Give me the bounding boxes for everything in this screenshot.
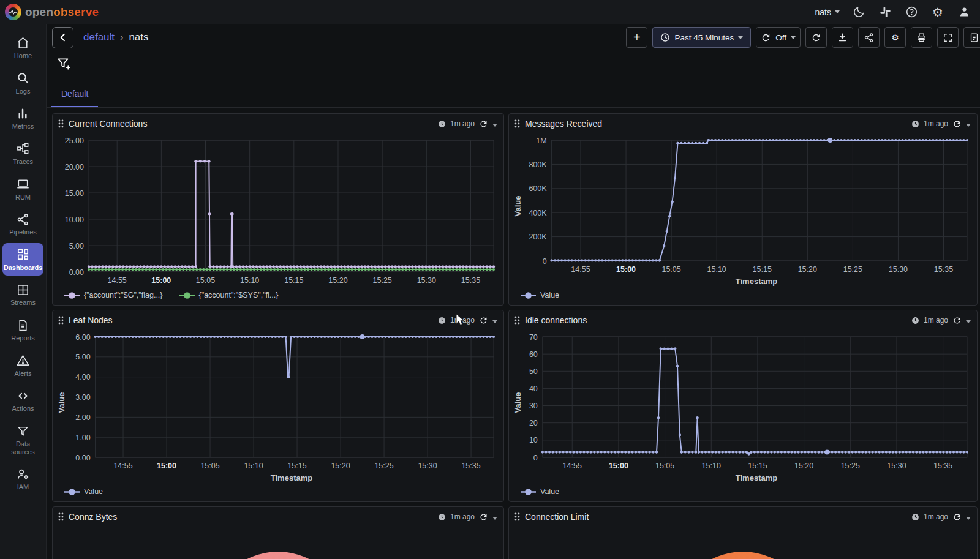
time-range-value: Past 45 Minutes bbox=[674, 33, 734, 42]
chevron-down-icon bbox=[492, 517, 497, 520]
org-selector[interactable]: nats bbox=[815, 7, 840, 17]
sidebar-item-pipelines[interactable]: Pipelines bbox=[2, 208, 43, 241]
monitor-icon bbox=[16, 177, 30, 192]
refresh-icon bbox=[952, 512, 962, 522]
panel-menu-button[interactable] bbox=[966, 118, 971, 129]
sidebar-item-actions[interactable]: Actions bbox=[2, 384, 43, 417]
panel-connection-limit: Connection Limit 1m ago bbox=[508, 506, 978, 559]
panel-current-connections: Current Connections 1m ago 0.005.0010.00… bbox=[52, 113, 504, 306]
sidebar-item-rum[interactable]: RUM bbox=[2, 173, 43, 206]
panel-refresh-button[interactable] bbox=[479, 316, 488, 325]
panel-refreshed-ago: 1m ago bbox=[924, 512, 948, 521]
brand-logo[interactable]: openobserve bbox=[5, 4, 99, 20]
dashboard-tabs: Default bbox=[47, 77, 980, 108]
add-filter-button[interactable] bbox=[56, 56, 72, 72]
panel-menu-button[interactable] bbox=[492, 315, 497, 326]
sidebar-item-streams[interactable]: Streams bbox=[2, 278, 43, 311]
back-button[interactable] bbox=[52, 27, 74, 48]
sidebar-item-alerts[interactable]: Alerts bbox=[2, 349, 43, 382]
slack-community-icon[interactable] bbox=[878, 5, 892, 20]
document-icon bbox=[16, 318, 30, 332]
help-icon[interactable] bbox=[904, 5, 919, 20]
panel-refresh-button[interactable] bbox=[479, 512, 488, 522]
svg-text:14:55: 14:55 bbox=[113, 462, 132, 470]
legend-item[interactable]: Value bbox=[520, 487, 559, 496]
legend-label: {"account":"$SYS","fl...} bbox=[199, 291, 279, 299]
svg-text:15:25: 15:25 bbox=[374, 462, 393, 470]
svg-text:15:30: 15:30 bbox=[418, 462, 437, 470]
sidebar-item-reports[interactable]: Reports bbox=[2, 313, 43, 347]
drag-handle-icon[interactable] bbox=[58, 512, 64, 522]
panel-menu-button[interactable] bbox=[492, 511, 497, 522]
export-download-button[interactable] bbox=[832, 27, 853, 48]
sidebar-item-data-sources[interactable]: Data sources bbox=[2, 419, 43, 460]
panel-refresh-button[interactable] bbox=[952, 316, 962, 325]
panel-header: Idle connections 1m ago bbox=[509, 310, 977, 330]
brand-name: openobserve bbox=[25, 6, 99, 19]
share-button[interactable] bbox=[858, 27, 880, 48]
drag-handle-icon[interactable] bbox=[514, 512, 520, 522]
svg-text:15:30: 15:30 bbox=[889, 265, 908, 274]
last-refreshed-clock-icon bbox=[911, 513, 919, 521]
breadcrumb-separator: › bbox=[120, 32, 123, 43]
sidebar-item-home[interactable]: Home bbox=[2, 31, 43, 64]
breadcrumb-dashboard-folder[interactable]: default bbox=[83, 31, 115, 43]
chevron-down-icon bbox=[738, 36, 743, 39]
chart-legend: Value bbox=[513, 484, 973, 499]
drag-handle-icon[interactable] bbox=[514, 315, 520, 325]
print-button[interactable] bbox=[911, 27, 932, 48]
svg-text:15:15: 15:15 bbox=[753, 265, 772, 274]
svg-text:15:35: 15:35 bbox=[934, 265, 953, 274]
clock-icon bbox=[660, 32, 670, 42]
svg-text:15:05: 15:05 bbox=[200, 462, 219, 470]
legend-item[interactable]: Value bbox=[520, 291, 559, 299]
last-refreshed-clock-icon bbox=[911, 317, 919, 325]
y-axis-title: Value bbox=[513, 135, 524, 277]
panel-refresh-button[interactable] bbox=[479, 119, 488, 129]
drag-handle-icon[interactable] bbox=[514, 119, 520, 129]
panel-refresh-button[interactable] bbox=[952, 512, 962, 522]
panel-menu-button[interactable] bbox=[492, 118, 497, 129]
refresh-button[interactable] bbox=[805, 27, 827, 48]
drag-handle-icon[interactable] bbox=[58, 119, 64, 129]
svg-text:25.00: 25.00 bbox=[65, 137, 84, 145]
sidebar-item-iam[interactable]: IAM bbox=[2, 462, 43, 495]
sidebar-item-logs[interactable]: Logs bbox=[2, 67, 43, 100]
warning-triangle-icon bbox=[16, 353, 30, 368]
docs-button[interactable] bbox=[963, 27, 980, 48]
sidebar-item-metrics[interactable]: Metrics bbox=[2, 102, 43, 135]
panel-body: Value0.001.002.003.004.005.006.0014:5515… bbox=[53, 330, 503, 501]
panel-menu-button[interactable] bbox=[966, 315, 971, 326]
svg-text:2.00: 2.00 bbox=[75, 413, 90, 422]
legend-item[interactable]: {"account":"$SYS","fl...} bbox=[179, 291, 279, 299]
svg-text:15:00: 15:00 bbox=[151, 276, 171, 285]
add-panel-button[interactable]: + bbox=[626, 27, 647, 48]
legend-item[interactable]: Value bbox=[64, 487, 103, 496]
svg-text:15:10: 15:10 bbox=[702, 462, 721, 470]
svg-text:15:35: 15:35 bbox=[461, 462, 480, 470]
breadcrumb-current-dashboard: nats bbox=[129, 31, 148, 43]
svg-text:20.00: 20.00 bbox=[65, 163, 84, 171]
svg-text:14:55: 14:55 bbox=[571, 265, 590, 274]
time-range-picker[interactable]: Past 45 Minutes bbox=[652, 27, 751, 48]
drag-handle-icon[interactable] bbox=[58, 315, 64, 325]
user-avatar-icon[interactable] bbox=[957, 5, 971, 20]
legend-item[interactable]: {"account":"$G","flag...} bbox=[64, 291, 163, 299]
sidebar-item-dashboards[interactable]: Dashboards bbox=[2, 243, 43, 276]
legend-label: Value bbox=[540, 291, 559, 299]
refresh-icon bbox=[479, 512, 488, 522]
sidebar-item-traces[interactable]: Traces bbox=[2, 137, 43, 170]
dark-mode-moon-icon[interactable] bbox=[851, 5, 866, 20]
dashboard-settings-button[interactable]: ⚙ bbox=[884, 27, 906, 48]
line-chart: 0.005.0010.0015.0020.0025.0014:5515:0015… bbox=[56, 135, 500, 288]
panel-refresh-button[interactable] bbox=[952, 119, 962, 129]
svg-text:15:20: 15:20 bbox=[331, 462, 350, 470]
settings-gear-icon[interactable]: ⚙ bbox=[930, 5, 945, 20]
window-grid-icon bbox=[16, 282, 30, 297]
tab-default[interactable]: Default bbox=[51, 89, 98, 107]
fullscreen-button[interactable] bbox=[937, 27, 959, 48]
auto-refresh-interval-button[interactable]: Off bbox=[756, 27, 801, 48]
x-axis-title: Timestamp bbox=[513, 277, 973, 288]
panel-menu-button[interactable] bbox=[966, 511, 971, 522]
y-axis-title: Value bbox=[56, 331, 67, 473]
